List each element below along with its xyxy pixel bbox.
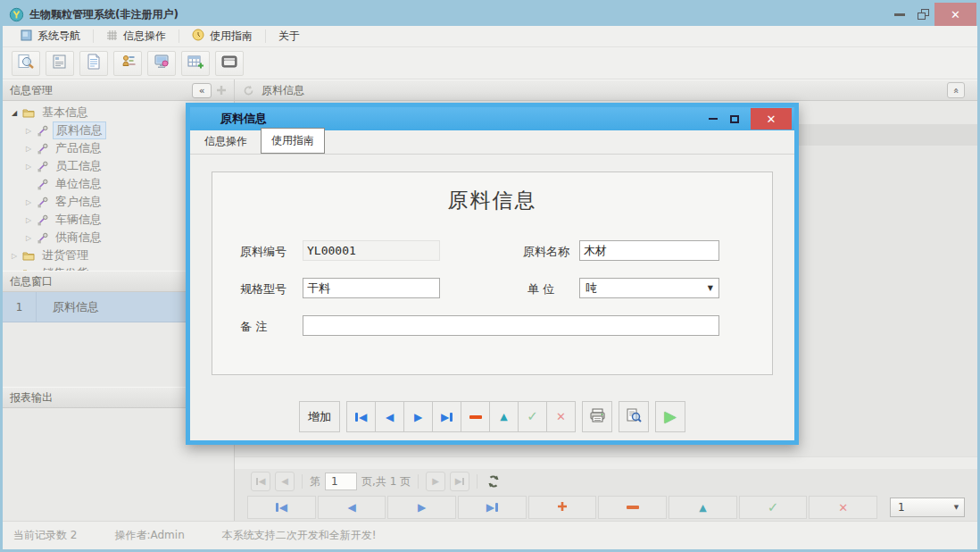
monitor-button[interactable]	[147, 51, 176, 76]
minimize-button[interactable]	[888, 4, 911, 24]
print-button[interactable]	[582, 401, 612, 432]
card-window-button[interactable]	[215, 51, 244, 76]
edit-record-icon: ▲	[699, 503, 706, 513]
tree-collapsed-icon[interactable]: ▷	[24, 234, 33, 242]
page-first-button[interactable]: ◀	[251, 472, 270, 491]
page-prev-button[interactable]: ◀	[275, 472, 295, 491]
grid-icon	[106, 29, 118, 44]
menu-label: 信息操作	[123, 29, 166, 44]
monitor-icon	[153, 54, 170, 72]
menu-label: 使用指南	[210, 29, 253, 44]
tab-user-guide[interactable]: 使用指南	[261, 128, 325, 154]
tree-collapsed-icon[interactable]: ▷	[24, 127, 33, 135]
note-input[interactable]	[303, 315, 719, 336]
spec-model-input[interactable]	[303, 278, 440, 298]
material-name-input[interactable]	[579, 240, 719, 261]
first-button[interactable]: ◀	[346, 401, 376, 432]
next-button[interactable]: ▶	[403, 401, 433, 432]
sidebar-collapse-button[interactable]: «	[192, 83, 212, 98]
prev-button[interactable]: ◀	[375, 401, 404, 432]
tree-expanded-icon[interactable]: ◢	[10, 109, 19, 117]
cancel-button[interactable]: ✕	[546, 401, 576, 432]
menu-system-navigation[interactable]: 系统导航	[8, 26, 93, 46]
form-heading: 原料信息	[212, 187, 772, 214]
pagination-bar: ◀ ◀ 第 页,共 1 页 ▶ ▶	[235, 469, 977, 494]
page-prefix-label: 第	[310, 474, 320, 489]
dialog-maximize-button[interactable]	[724, 109, 745, 129]
record-count-dropdown[interactable]: 1 ▼	[890, 498, 965, 517]
unit-select[interactable]: 吨 ▼	[579, 278, 719, 298]
menu-about[interactable]: 关于	[266, 26, 312, 46]
tree-collapsed-icon[interactable]: ▷	[24, 145, 33, 153]
printer-icon	[589, 408, 606, 425]
content-divider	[235, 456, 977, 469]
add-record-icon	[557, 501, 568, 514]
nav-prev-button[interactable]: ◀	[318, 496, 386, 519]
info-list-icon	[51, 54, 69, 72]
info-list-button[interactable]	[46, 51, 74, 76]
record-count-status: 当前记录数 2	[13, 528, 77, 543]
window-title: 生物颗粒管理系统(非注册用户)	[29, 7, 179, 22]
panel-collapse-button[interactable]: «	[947, 82, 965, 98]
add-tab-icon[interactable]	[216, 85, 227, 96]
tree-collapsed-icon[interactable]: ▷	[24, 198, 33, 206]
delete-button[interactable]	[461, 401, 490, 432]
document-button[interactable]	[79, 51, 108, 76]
tree-collapsed-icon[interactable]: ▷	[10, 252, 19, 260]
nav-add-button[interactable]	[528, 496, 597, 519]
employee-button[interactable]	[113, 51, 142, 76]
table-add-icon	[187, 54, 204, 72]
page-next-button[interactable]: ▶	[426, 472, 445, 491]
main-panel-header: 原料信息 «	[235, 79, 977, 101]
nav-last-button[interactable]: ▶	[458, 496, 527, 519]
table-add-button[interactable]	[181, 51, 210, 76]
add-button[interactable]: 增加	[299, 401, 340, 432]
page-number-input[interactable]	[325, 473, 357, 490]
cancel-record-icon: ✕	[838, 502, 848, 514]
query-button[interactable]	[12, 51, 40, 76]
panel-title: 原料信息	[262, 83, 947, 98]
sidebar-header-management: 信息管理 «	[3, 79, 234, 101]
dialog-minimize-button[interactable]	[702, 109, 724, 129]
material-code-field	[303, 240, 440, 261]
preview-button[interactable]	[619, 401, 649, 432]
nav-edit-button[interactable]: ▲	[669, 496, 737, 519]
unit-value: 吨	[586, 280, 597, 297]
tree-collapsed-icon[interactable]: ▷	[24, 216, 33, 224]
restore-button[interactable]	[911, 4, 934, 24]
nav-delete-button[interactable]	[598, 496, 667, 519]
dialog-close-button[interactable]: ✕	[751, 108, 792, 130]
toolbar	[3, 47, 977, 79]
app-window: 生物颗粒管理系统(非注册用户) ✕ 系统导航 信息操作 使用指南 关于	[0, 0, 980, 552]
page-last-button[interactable]: ▶	[450, 472, 469, 491]
edit-button[interactable]: ▲	[489, 401, 519, 432]
nav-first-button[interactable]: ◀	[247, 496, 316, 519]
minimize-icon	[709, 118, 718, 120]
note-label: 备 注	[240, 319, 267, 335]
dialog-buttonbar: 增加 ◀ ◀ ▶ ▶ ▲ ✓ ✕ ▶	[190, 401, 794, 432]
run-button[interactable]: ▶	[655, 401, 685, 432]
close-button[interactable]: ✕	[934, 3, 976, 26]
refresh-button[interactable]	[486, 474, 501, 489]
menu-info-operations[interactable]: 信息操作	[94, 26, 179, 46]
pager-separator	[418, 474, 419, 489]
refresh-tab-icon[interactable]	[243, 85, 254, 96]
nav-post-button[interactable]: ✓	[739, 496, 808, 519]
nav-next-button[interactable]: ▶	[387, 496, 456, 519]
tree-item-label: 客户信息	[53, 194, 104, 210]
post-button[interactable]: ✓	[518, 401, 547, 432]
row-index: 1	[3, 292, 37, 322]
menu-label: 系统导航	[37, 29, 80, 44]
tab-info-operations[interactable]: 信息操作	[195, 130, 257, 154]
prev-record-icon: ◀	[347, 502, 355, 513]
last-page-icon: ▶	[455, 477, 462, 486]
nav-cancel-button[interactable]: ✕	[809, 496, 877, 519]
last-button[interactable]: ▶	[432, 401, 461, 432]
sidebar-header-label: 信息管理	[10, 83, 192, 98]
tree-collapsed-icon[interactable]: ▷	[24, 163, 33, 171]
page-suffix-label: 页,共 1 页	[361, 474, 411, 489]
chevron-down-icon: ▼	[954, 504, 959, 511]
menu-user-guide[interactable]: 使用指南	[179, 26, 265, 46]
row-label: 原料信息	[37, 299, 99, 315]
tree-item-label: 基本信息	[39, 105, 91, 121]
